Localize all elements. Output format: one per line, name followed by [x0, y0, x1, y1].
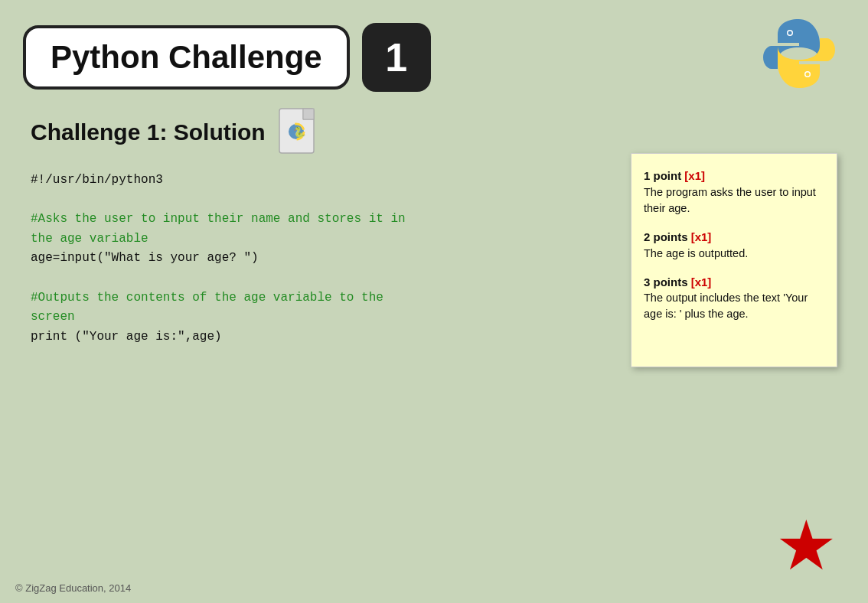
score-item-1: 1 point [x1] The program asks the user t… [644, 168, 824, 217]
title-box: Python Challenge [23, 25, 350, 90]
score-item-3: 3 points [x1] The output includes the te… [644, 274, 824, 323]
main-content: Challenge 1: Solution 🐍 #!/usr/bin/pytho… [0, 107, 868, 367]
file-icon: 🐍 [278, 107, 320, 157]
score-item-2: 2 points [x1] The age is outputted. [644, 229, 824, 262]
score-label-3: 3 points [x1] [644, 274, 824, 291]
header: Python Challenge 1 [0, 0, 868, 107]
number-badge: 1 [362, 23, 431, 92]
challenge-number: 1 [385, 34, 407, 80]
copyright-text: © ZigZag Education, 2014 [15, 582, 131, 594]
main-title: Python Challenge [51, 39, 322, 75]
code-shebang: #!/usr/bin/python3 [31, 171, 608, 191]
challenge-subtitle: Challenge 1: Solution [31, 119, 266, 145]
left-panel: Challenge 1: Solution 🐍 #!/usr/bin/pytho… [31, 107, 608, 367]
svg-text:🐍: 🐍 [293, 125, 306, 139]
svg-rect-6 [303, 109, 314, 119]
code-comment-2: #Outputs the contents of the age variabl… [31, 288, 608, 308]
code-print: print ("Your age is:",age) [31, 328, 608, 347]
footer: © ZigZag Education, 2014 [15, 582, 131, 594]
code-comment-2b: screen [31, 308, 608, 328]
challenge-title-row: Challenge 1: Solution 🐍 [31, 107, 608, 157]
score-desc-3: The output includes the text 'Your age i… [644, 290, 824, 322]
code-comment-1b: the age variable [31, 230, 608, 249]
svg-point-1 [788, 31, 792, 35]
scoring-card: 1 point [x1] The program asks the user t… [631, 153, 837, 367]
svg-point-3 [806, 73, 810, 77]
score-desc-2: The age is outputted. [644, 246, 824, 262]
title-badge-group: Python Challenge 1 [23, 23, 431, 92]
score-label-2: 2 points [x1] [644, 229, 824, 246]
python-logo-icon [761, 15, 837, 92]
score-label-1: 1 point [x1] [644, 168, 824, 184]
red-star-icon: ★ [775, 511, 837, 580]
code-input: age=input("What is your age? ") [31, 249, 608, 269]
code-comment-1: #Asks the user to input their name and s… [31, 210, 608, 230]
score-desc-1: The program asks the user to input their… [644, 184, 824, 217]
code-block: #!/usr/bin/python3 #Asks the user to inp… [31, 171, 608, 347]
